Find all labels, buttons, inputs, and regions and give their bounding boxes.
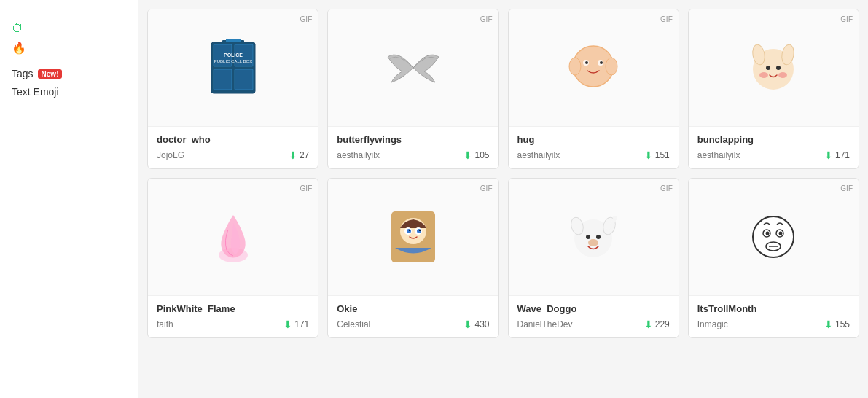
sticker-image bbox=[564, 39, 622, 97]
card-title: ItsTrollMonth bbox=[697, 303, 850, 314]
card-meta: DanielTheDev ⬇ 229 bbox=[517, 319, 670, 330]
card-body: ItsTrollMonth Inmagic ⬇ 155 bbox=[689, 295, 859, 337]
svg-text:POLICE: POLICE bbox=[224, 52, 243, 58]
download-count: 27 bbox=[300, 150, 309, 160]
sticker-card[interactable]: GIF PinkWhite_Flame faith ⬇ 171 bbox=[147, 178, 318, 338]
card-title: doctor_who bbox=[157, 134, 309, 145]
card-meta: JojoLG ⬇ 27 bbox=[157, 149, 309, 161]
svg-point-16 bbox=[606, 58, 617, 75]
card-image-area: GIF bbox=[328, 9, 498, 126]
card-downloads: ⬇ 171 bbox=[824, 149, 850, 161]
card-title: hug bbox=[517, 134, 670, 145]
gif-badge: GIF bbox=[300, 184, 313, 192]
card-author: faith bbox=[157, 319, 173, 329]
card-downloads: ⬇ 151 bbox=[644, 149, 670, 161]
card-downloads: ⬇ 105 bbox=[464, 149, 489, 161]
sort-recent[interactable]: ⏱ bbox=[12, 22, 126, 35]
card-title: Wave_Doggo bbox=[517, 303, 670, 314]
sticker-card[interactable]: GIF Wave_Doggo DanielTheDev ⬇ 229 bbox=[508, 178, 679, 338]
svg-point-21 bbox=[776, 66, 781, 70]
card-body: Wave_Doggo DanielTheDev ⬇ 229 bbox=[509, 295, 679, 337]
download-icon: ⬇ bbox=[464, 319, 472, 330]
card-title: butterflywings bbox=[337, 134, 489, 145]
svg-rect-3 bbox=[214, 69, 232, 90]
svg-rect-4 bbox=[235, 69, 253, 90]
card-meta: Inmagic ⬇ 155 bbox=[697, 319, 850, 330]
sticker-card[interactable]: GIF Okie Celestial ⬇ 430 bbox=[327, 178, 498, 338]
card-image-area: GIF bbox=[509, 9, 679, 126]
svg-point-15 bbox=[569, 58, 581, 75]
svg-point-29 bbox=[407, 229, 411, 233]
svg-point-36 bbox=[586, 235, 590, 239]
popular-icon: 🔥 bbox=[12, 41, 26, 55]
new-badge: New! bbox=[38, 69, 63, 79]
sticker-image bbox=[384, 208, 442, 266]
sticker-card[interactable]: GIF POLICE PUBLIC CALL BOX doctor_who Jo… bbox=[147, 9, 318, 169]
sticker-image bbox=[384, 39, 442, 97]
recent-icon: ⏱ bbox=[12, 22, 23, 35]
download-count: 171 bbox=[294, 319, 309, 329]
download-count: 105 bbox=[474, 150, 489, 160]
card-meta: aesthailyilx ⬇ 105 bbox=[337, 149, 489, 161]
sticker-card[interactable]: GIF butterflywings aesthailyilx ⬇ 105 bbox=[327, 9, 498, 169]
download-icon: ⬇ bbox=[289, 149, 297, 161]
sticker-card[interactable]: GIF hug aesthailyilx ⬇ 151 bbox=[508, 9, 679, 169]
card-author: aesthailyilx bbox=[517, 150, 560, 160]
gif-badge: GIF bbox=[480, 15, 493, 23]
sticker-image bbox=[744, 39, 802, 97]
card-image-area: GIF POLICE PUBLIC CALL BOX bbox=[148, 9, 318, 126]
gif-badge: GIF bbox=[300, 15, 313, 23]
sidebar-item-tags[interactable]: Tags New! bbox=[12, 68, 126, 79]
sidebar: ⏱ 🔥 Tags New! Text Emoji bbox=[0, 0, 138, 398]
svg-point-43 bbox=[766, 232, 770, 235]
card-image-area: GIF bbox=[689, 9, 859, 126]
text-emoji-label: Text Emoji bbox=[12, 86, 59, 98]
gif-badge: GIF bbox=[840, 15, 853, 23]
main-content: GIF POLICE PUBLIC CALL BOX doctor_who Jo… bbox=[138, 0, 868, 398]
sidebar-item-text-emoji[interactable]: Text Emoji bbox=[12, 86, 126, 98]
card-image-area: GIF bbox=[148, 179, 318, 295]
card-image-area: GIF bbox=[328, 179, 498, 295]
download-icon: ⬇ bbox=[284, 319, 292, 330]
card-author: aesthailyilx bbox=[337, 150, 380, 160]
card-downloads: ⬇ 430 bbox=[464, 319, 489, 330]
card-author: aesthailyilx bbox=[697, 150, 740, 160]
tags-label: Tags bbox=[12, 68, 34, 79]
sticker-card[interactable]: GIF ItsTrollMonth Inmagic ⬇ 155 bbox=[688, 178, 859, 338]
card-meta: aesthailyilx ⬇ 171 bbox=[697, 149, 850, 161]
card-title: Okie bbox=[337, 303, 489, 314]
download-count: 229 bbox=[655, 319, 670, 329]
svg-point-22 bbox=[759, 72, 768, 78]
card-body: doctor_who JojoLG ⬇ 27 bbox=[148, 126, 318, 168]
card-title: bunclapping bbox=[697, 134, 850, 145]
card-author: Inmagic bbox=[697, 319, 728, 329]
download-icon: ⬇ bbox=[464, 149, 472, 161]
sticker-image bbox=[204, 208, 262, 266]
svg-point-20 bbox=[766, 66, 770, 70]
download-icon: ⬇ bbox=[824, 149, 833, 161]
card-author: Celestial bbox=[337, 319, 370, 329]
sticker-grid: GIF POLICE PUBLIC CALL BOX doctor_who Jo… bbox=[147, 9, 859, 338]
svg-point-32 bbox=[419, 230, 421, 231]
gif-badge: GIF bbox=[660, 184, 673, 192]
card-title: PinkWhite_Flame bbox=[157, 303, 309, 314]
svg-rect-6 bbox=[226, 39, 241, 42]
download-count: 155 bbox=[835, 319, 850, 329]
download-icon: ⬇ bbox=[824, 319, 833, 330]
sort-popular[interactable]: 🔥 bbox=[12, 41, 126, 55]
svg-point-30 bbox=[417, 229, 421, 233]
card-downloads: ⬇ 171 bbox=[284, 319, 309, 330]
svg-point-39 bbox=[613, 216, 617, 220]
sticker-image: POLICE PUBLIC CALL BOX bbox=[204, 39, 262, 97]
svg-point-37 bbox=[596, 235, 601, 239]
card-image-area: GIF bbox=[689, 179, 859, 295]
svg-point-13 bbox=[585, 61, 588, 64]
download-count: 171 bbox=[835, 150, 850, 160]
download-count: 430 bbox=[474, 319, 489, 329]
gif-badge: GIF bbox=[660, 15, 673, 23]
gif-badge: GIF bbox=[480, 184, 493, 192]
download-icon: ⬇ bbox=[644, 149, 653, 161]
svg-point-31 bbox=[409, 230, 410, 231]
sticker-card[interactable]: GIF bunclapping aesthailyilx ⬇ 171 bbox=[688, 9, 859, 169]
gif-badge: GIF bbox=[840, 184, 853, 192]
